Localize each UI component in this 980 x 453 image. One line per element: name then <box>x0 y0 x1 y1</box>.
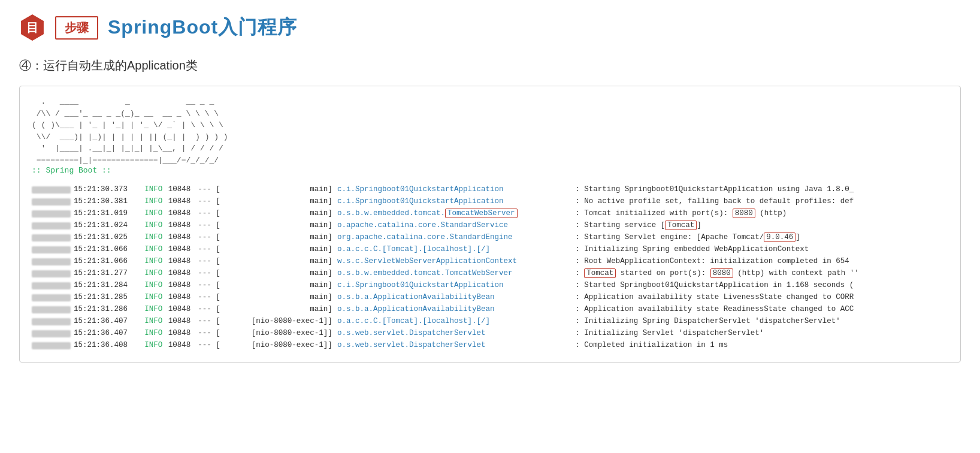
log-pid: 10848 <box>168 268 198 280</box>
spring-ascii-art: . ____ _ __ _ _ /\\ / ___'_ __ _ _(_)_ _… <box>32 96 948 166</box>
log-pid: 10848 <box>168 340 198 352</box>
log-message: : Tomcat initialized with port(s): 8080 … <box>575 209 948 221</box>
log-time: 15:21:31.019 <box>74 209 144 221</box>
log-pid: 10848 <box>168 209 198 221</box>
log-level: INFO <box>144 304 168 316</box>
log-logger: o.apache.catalina.core.StandardService <box>334 221 575 232</box>
log-sep: --- [ <box>198 185 227 197</box>
log-time: 15:21:31.284 <box>74 280 144 292</box>
log-level: INFO <box>144 197 168 209</box>
log-message: : Started Springboot01QuickstartApplicat… <box>575 280 948 292</box>
log-message: : Application availability state Livenes… <box>575 292 948 304</box>
log-bracket: ] <box>328 280 334 292</box>
log-table: 15:21:30.373INFO10848--- [main]c.i.Sprin… <box>32 185 948 352</box>
log-row: 15:21:30.381INFO10848--- [main]c.i.Sprin… <box>32 197 948 209</box>
blur-block <box>32 185 74 197</box>
log-pid: 10848 <box>168 304 198 316</box>
log-row: 15:21:31.066INFO10848--- [main]w.s.c.Ser… <box>32 256 948 268</box>
log-thread: main <box>227 304 328 316</box>
log-level: INFO <box>144 268 168 280</box>
log-pid: 10848 <box>168 292 198 304</box>
log-thread: [nio-8080-exec-1] <box>227 340 328 352</box>
log-time: 15:21:31.285 <box>74 292 144 304</box>
log-row: 15:21:31.277INFO10848--- [main]o.s.b.w.e… <box>32 268 948 280</box>
page-header: 目 步骤 SpringBoot入门程序 <box>19 14 961 41</box>
log-level: INFO <box>144 340 168 352</box>
log-logger: o.s.b.a.ApplicationAvailabilityBean <box>334 304 575 316</box>
log-sep: --- [ <box>198 232 227 244</box>
log-pid: 10848 <box>168 197 198 209</box>
log-logger: c.i.Springboot01QuickstartApplication <box>334 197 575 209</box>
log-time: 15:21:36.408 <box>74 340 144 352</box>
log-pid: 10848 <box>168 221 198 232</box>
log-message: : Initializing Servlet 'dispatcherServle… <box>575 328 948 340</box>
log-bracket: ] <box>328 185 334 197</box>
log-logger: org.apache.catalina.core.StandardEngine <box>334 232 575 244</box>
log-bracket: ] <box>328 316 334 328</box>
log-time: 15:21:31.066 <box>74 256 144 268</box>
log-logger: o.a.c.c.C.[Tomcat].[localhost].[/] <box>334 316 575 328</box>
log-time: 15:21:36.407 <box>74 316 144 328</box>
subtitle: ④：运行自动生成的Application类 <box>19 58 961 74</box>
log-thread: main <box>227 244 328 256</box>
blur-block <box>32 292 74 304</box>
console-output: . ____ _ __ _ _ /\\ / ___'_ __ _ _(_)_ _… <box>19 86 961 363</box>
log-message: : Tomcat started on port(s): 8080 (http)… <box>575 268 948 280</box>
log-logger: o.s.b.a.ApplicationAvailabilityBean <box>334 292 575 304</box>
log-sep: --- [ <box>198 304 227 316</box>
log-level: INFO <box>144 232 168 244</box>
log-thread: main <box>227 292 328 304</box>
log-row: 15:21:31.284INFO10848--- [main]c.i.Sprin… <box>32 280 948 292</box>
log-bracket: ] <box>328 268 334 280</box>
log-thread: main <box>227 221 328 232</box>
log-logger: o.s.web.servlet.DispatcherServlet <box>334 328 575 340</box>
log-sep: --- [ <box>198 209 227 221</box>
log-thread: main <box>227 209 328 221</box>
step-badge: 步骤 <box>55 16 98 40</box>
log-thread: main <box>227 256 328 268</box>
log-message: : Initializing Spring embedded WebApplic… <box>575 244 948 256</box>
log-sep: --- [ <box>198 292 227 304</box>
page-title: SpringBoot入门程序 <box>108 14 297 41</box>
blur-block <box>32 256 74 268</box>
blur-block <box>32 280 74 292</box>
blur-block <box>32 232 74 244</box>
log-logger: o.s.b.w.embedded.tomcat.TomcatWebServer <box>334 209 575 221</box>
log-thread: [nio-8080-exec-1] <box>227 328 328 340</box>
log-row: 15:21:31.286INFO10848--- [main]o.s.b.a.A… <box>32 304 948 316</box>
log-sep: --- [ <box>198 328 227 340</box>
log-sep: --- [ <box>198 221 227 232</box>
log-row: 15:21:36.407INFO10848--- [[nio-8080-exec… <box>32 316 948 328</box>
log-bracket: ] <box>328 221 334 232</box>
blur-block <box>32 209 74 221</box>
log-pid: 10848 <box>168 280 198 292</box>
log-pid: 10848 <box>168 244 198 256</box>
blur-block <box>32 268 74 280</box>
log-pid: 10848 <box>168 232 198 244</box>
log-message: : Root WebApplicationContext: initializa… <box>575 256 948 268</box>
blur-block <box>32 304 74 316</box>
log-thread: main <box>227 197 328 209</box>
log-logger: c.i.Springboot01QuickstartApplication <box>334 185 575 197</box>
log-sep: --- [ <box>198 256 227 268</box>
log-pid: 10848 <box>168 185 198 197</box>
log-level: INFO <box>144 280 168 292</box>
log-thread: main <box>227 185 328 197</box>
log-bracket: ] <box>328 256 334 268</box>
log-time: 15:21:31.024 <box>74 221 144 232</box>
log-row: 15:21:30.373INFO10848--- [main]c.i.Sprin… <box>32 185 948 197</box>
log-logger: o.s.web.servlet.DispatcherServlet <box>334 340 575 352</box>
log-row: 15:21:36.408INFO10848--- [[nio-8080-exec… <box>32 340 948 352</box>
log-level: INFO <box>144 328 168 340</box>
log-time: 15:21:36.407 <box>74 328 144 340</box>
log-row: 15:21:31.025INFO10848--- [main]org.apach… <box>32 232 948 244</box>
log-thread: [nio-8080-exec-1] <box>227 316 328 328</box>
log-level: INFO <box>144 221 168 232</box>
spring-label: :: Spring Boot :: <box>32 166 948 175</box>
log-bracket: ] <box>328 328 334 340</box>
blur-block <box>32 221 74 232</box>
log-bracket: ] <box>328 244 334 256</box>
log-sep: --- [ <box>198 244 227 256</box>
log-time: 15:21:30.373 <box>74 185 144 197</box>
log-message: : Completed initialization in 1 ms <box>575 340 948 352</box>
